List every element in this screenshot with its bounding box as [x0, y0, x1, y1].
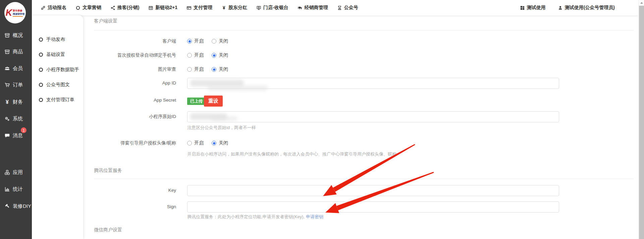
submenu-item-official-articles[interactable]: 公众号图文	[32, 80, 83, 90]
field-label-app-secret: App Secret	[83, 95, 176, 106]
radio-image-review-off[interactable]: 关闭	[212, 66, 228, 72]
circle-icon	[39, 83, 43, 87]
nav-item-chain-2plus1[interactable]: 新链动2+1	[148, 5, 177, 11]
test-use-button[interactable]: 测试使用	[520, 5, 546, 11]
submenu-label: 公众号图文	[46, 82, 70, 88]
location-hint-text: 腾讯位置服务：此处为小程序定位功能,申请开发者密钥(Key),	[187, 214, 306, 219]
account-menu-button[interactable]: 测试使用(公众号管理员)	[558, 5, 615, 11]
radio-icon[interactable]	[187, 141, 192, 145]
radio-icon[interactable]	[212, 67, 216, 72]
submenu-item-payment-orders[interactable]: 支付管理订单	[32, 95, 83, 105]
radio-label: 开启	[194, 140, 204, 146]
nav-item-dealer-mgmt[interactable]: 经销商管理	[298, 5, 328, 11]
radio-label: 关闭	[219, 52, 228, 58]
section-divider	[94, 179, 634, 179]
nav-label: 新链动2+1	[155, 5, 177, 11]
nav-item-distribution[interactable]: 推客(分销)	[110, 5, 139, 11]
scrollbar-thumb[interactable]	[639, 6, 644, 239]
sidebar-item-messages[interactable]: 消息 1	[0, 131, 32, 139]
overview-box-icon	[4, 33, 10, 38]
nav-item-article-marketing[interactable]: 文章营销	[75, 5, 101, 11]
radio-icon[interactable]	[187, 39, 192, 44]
top-nav: 活动报名 文章营销 推客(分销) 新链动2+1 支付管理 ¥ 股东分红	[32, 5, 358, 11]
radio-icon[interactable]	[187, 53, 192, 58]
nav-label: 推客(分销)	[117, 5, 139, 11]
uploaded-button[interactable]: 已上传	[187, 98, 206, 105]
sidebar-item-overview[interactable]: 概况	[0, 31, 32, 39]
yen-icon: ¥	[221, 5, 226, 10]
radio-popup-guide-on[interactable]: 开启	[187, 140, 204, 146]
page: K 新华康健· 阅读研学馆 概况 商品 会员 订单 ¥ 财务	[0, 0, 644, 239]
radio-client-on[interactable]: 开启	[187, 38, 204, 44]
radio-icon[interactable]	[212, 53, 216, 58]
scroll-up-button[interactable]	[639, 0, 644, 6]
logo-line1: 新华康健·	[13, 9, 23, 12]
sidebar-item-label: 统计	[13, 186, 23, 192]
nav-label: 活动报名	[48, 5, 66, 11]
storefront-icon	[256, 5, 261, 10]
submenu-item-basic-settings[interactable]: 基础设置	[32, 50, 83, 60]
sidebar-item-label: 概况	[13, 32, 23, 39]
radio-image-review-on[interactable]: 开启	[187, 66, 204, 72]
sidebar-item-goods[interactable]: 商品	[0, 48, 32, 56]
radio-bind-phone-off[interactable]: 关闭	[212, 52, 228, 58]
radio-bind-phone-on[interactable]: 开启	[187, 52, 204, 58]
apps-cubes-icon	[4, 170, 10, 175]
circle-icon	[39, 53, 43, 57]
field-label-origin-id: 小程序原始ID	[83, 111, 176, 122]
nav-item-shareholder-dividend[interactable]: ¥ 股东分红	[221, 5, 247, 11]
sidebar-item-finance[interactable]: ¥ 财务	[0, 98, 32, 106]
sidebar-item-apps[interactable]: 应用	[0, 168, 32, 176]
sidebar-item-orders[interactable]: 订单	[0, 81, 32, 89]
sidebar-item-diy[interactable]: 装修DIY	[0, 202, 32, 210]
radio-label: 开启	[194, 38, 204, 44]
submenu-item-manual-publish[interactable]: 手动发布	[32, 35, 83, 45]
nav-item-payment-mgmt[interactable]: 支付管理	[186, 5, 212, 11]
radio-group-image-review: 开启 关闭	[187, 64, 228, 75]
section-title-location: 腾讯位置服务	[94, 168, 122, 174]
radio-icon[interactable]	[187, 67, 192, 72]
radio-icon[interactable]	[212, 39, 216, 44]
section-title-merchant: 微信商户设置	[94, 227, 122, 233]
goods-box-icon	[4, 49, 10, 55]
nav-label: 门店-收银台	[263, 5, 288, 11]
radio-client-off[interactable]: 关闭	[212, 38, 228, 44]
nav-item-store-cashier[interactable]: 门店-收银台	[256, 5, 288, 11]
brand-logo[interactable]: K 新华康健· 阅读研学馆	[4, 2, 26, 23]
radio-label: 关闭	[219, 66, 228, 72]
radio-label: 关闭	[219, 38, 228, 44]
sidebar-item-label: 应用	[13, 169, 23, 176]
submenu-label: 手动发布	[46, 37, 65, 43]
circle-icon	[39, 38, 43, 42]
sidebar-item-stats[interactable]: 统计	[0, 185, 32, 193]
circle-icon	[39, 68, 43, 72]
app-id-input[interactable]	[187, 78, 559, 89]
field-label-popup-guide: 弹窗引导用户授权头像/昵称	[83, 137, 176, 149]
apply-key-link[interactable]: 申请密钥	[306, 214, 323, 219]
user-menu-label: 测试使用	[527, 5, 546, 11]
credit-card-icon	[186, 5, 192, 10]
radio-icon[interactable]	[212, 141, 216, 145]
origin-id-input[interactable]	[187, 111, 559, 122]
submenu-item-miniprogram-data[interactable]: 小程序数据助手	[32, 65, 83, 75]
nav-item-official-account[interactable]: 公众号	[337, 5, 358, 11]
logo-letter: K	[6, 8, 12, 17]
nav-label: 股东分红	[228, 5, 247, 11]
field-label-client: 客户端	[83, 36, 176, 47]
key-input[interactable]	[187, 185, 559, 196]
sign-input[interactable]	[187, 201, 559, 213]
radio-popup-guide-off[interactable]: 关闭	[212, 140, 228, 146]
field-label-key: Key	[83, 185, 176, 196]
finance-yen-icon: ¥	[4, 99, 10, 105]
nav-item-activity-signup[interactable]: 活动报名	[41, 5, 66, 11]
orders-cart-icon	[4, 82, 10, 88]
sidebar-item-system[interactable]: 系统	[0, 115, 32, 123]
share-icon	[110, 5, 115, 10]
sidebar-item-label: 财务	[13, 99, 23, 105]
system-gears-icon	[4, 116, 10, 122]
user-icon	[558, 5, 563, 10]
reset-button[interactable]: 重设	[204, 96, 223, 107]
vertical-scrollbar[interactable]	[638, 0, 644, 239]
circle-icon	[39, 98, 43, 102]
sidebar-item-members[interactable]: 会员	[0, 64, 32, 72]
